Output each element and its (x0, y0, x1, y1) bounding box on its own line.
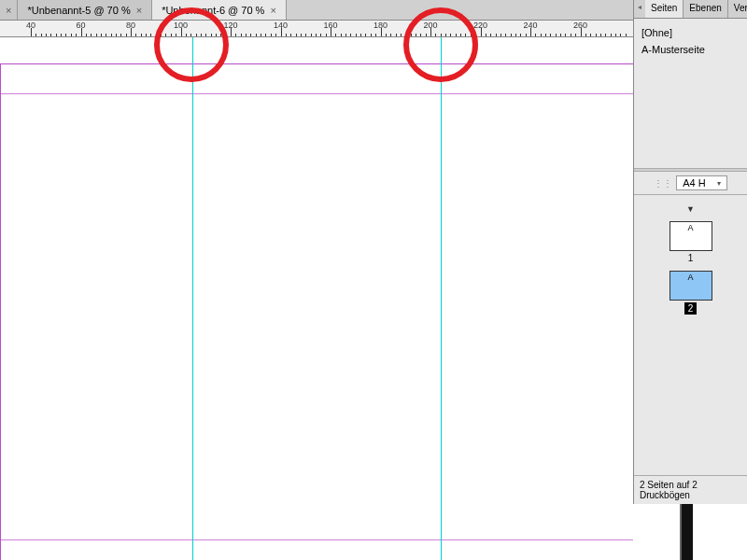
scrollbar-vertical[interactable] (682, 504, 693, 560)
master-item-none[interactable]: [Ohne] (640, 24, 741, 41)
pages-panel: ◂ Seiten Ebenen Verkn [Ohne] A-Mustersei… (633, 0, 747, 504)
document-tab-1[interactable]: *Unbenannt-5 @ 70 % × (18, 0, 152, 20)
document-canvas[interactable] (0, 37, 633, 560)
margin-guide-bottom (0, 539, 633, 540)
page-thumb-wrapper: A 2 (669, 271, 712, 315)
ruler-guide-1[interactable] (192, 37, 193, 560)
ruler-guide-2[interactable] (441, 37, 442, 560)
panel-tab-bar: ◂ Seiten Ebenen Verkn (634, 0, 747, 19)
page-number-2: 2 (684, 302, 698, 315)
page-size-value: A4 H (683, 177, 705, 189)
spread-start-icon: ▼ (686, 204, 695, 214)
grip-icon: ⋮⋮ (654, 178, 672, 189)
page-size-row: ⋮⋮ A4 H ▾ (634, 172, 747, 195)
scrollbar-edge (680, 504, 682, 560)
page-thumbnail-2[interactable]: A (669, 271, 712, 301)
tab-close-left[interactable]: × (0, 0, 18, 20)
tab-verknuepfungen[interactable]: Verkn (728, 0, 747, 18)
master-pages-section: [Ohne] A-Musterseite (634, 19, 747, 168)
tab-label: *Unbenannt-5 @ 70 % (27, 5, 130, 16)
pages-thumbnails: ▼ A 1 A 2 (634, 195, 747, 324)
page-thumb-wrapper: A 1 (669, 221, 712, 263)
document-tab-2[interactable]: *Unbenannt-6 @ 70 % × (152, 0, 287, 20)
margin-guide-top (0, 93, 633, 94)
tab-label: *Unbenannt-6 @ 70 % (162, 5, 264, 16)
tab-ebenen[interactable]: Ebenen (684, 0, 727, 18)
page-size-dropdown[interactable]: A4 H ▾ (676, 175, 726, 190)
page-boundary (0, 63, 633, 560)
close-icon[interactable]: × (136, 5, 142, 16)
page-number-1: 1 (688, 253, 694, 263)
page-thumbnail-1[interactable]: A (669, 221, 712, 251)
panel-collapse-icon[interactable]: ◂ (634, 0, 645, 18)
master-item-a[interactable]: A-Musterseite (640, 41, 741, 58)
close-icon[interactable]: × (270, 5, 275, 16)
tab-seiten[interactable]: Seiten (645, 0, 684, 18)
panel-status-footer: 2 Seiten auf 2 Druckbögen (634, 475, 747, 504)
chevron-down-icon: ▾ (717, 179, 721, 188)
